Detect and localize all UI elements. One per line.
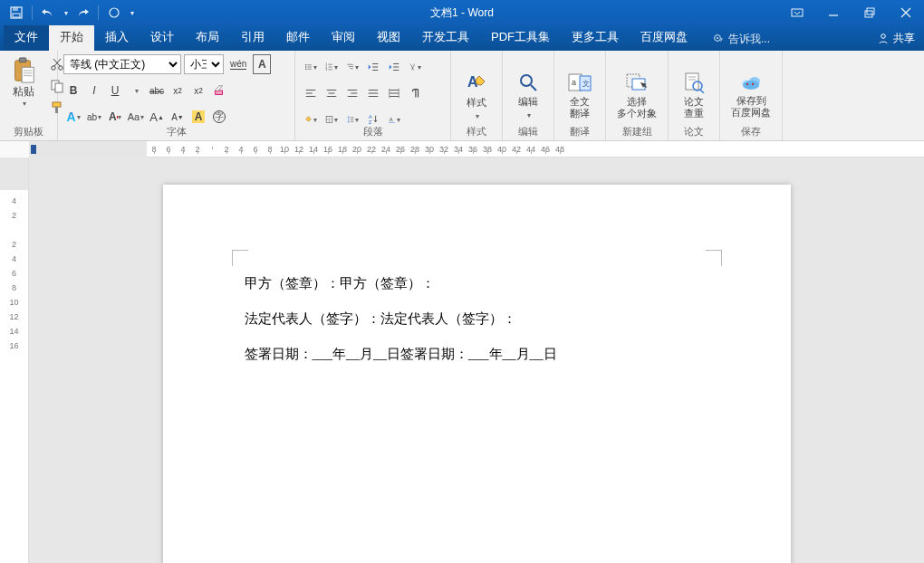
numbering-button[interactable]: 123▾ <box>322 57 342 77</box>
align-distributed-button[interactable] <box>384 83 404 103</box>
tab-view[interactable]: 视图 <box>366 24 411 51</box>
highlight-button[interactable]: ab▾ <box>84 107 104 127</box>
font-color-button[interactable]: A▾ <box>105 107 125 127</box>
group-translate-title: 翻译 <box>554 125 605 138</box>
tab-insert[interactable]: 插入 <box>94 24 140 51</box>
paragraph-3[interactable]: 签署日期：___年__月__日签署日期：___年__月__日 <box>245 337 709 372</box>
page: 甲方（签章）：甲方（签章）： 法定代表人（签字）：法定代表人（签字）： 签署日期… <box>163 185 791 563</box>
tab-developer[interactable]: 开发工具 <box>411 24 480 51</box>
vertical-ruler[interactable]: 42246810121416 <box>0 157 29 563</box>
tab-mailings[interactable]: 邮件 <box>275 24 321 51</box>
group-clipboard-title: 剪贴板 <box>0 125 57 138</box>
share-button[interactable]: 共享 <box>868 26 924 51</box>
char-border-button[interactable]: A <box>253 54 271 74</box>
share-label: 共享 <box>893 31 915 46</box>
enclose-char-button[interactable]: 字 <box>209 107 229 127</box>
tellme-label: 告诉我... <box>728 32 770 47</box>
svg-rect-4 <box>792 9 803 16</box>
tellme-search[interactable]: 告诉我... <box>706 28 777 51</box>
grow-font-button[interactable]: A▲ <box>147 107 167 127</box>
paste-button[interactable]: 粘贴 ▾ <box>5 54 42 110</box>
redo-icon[interactable] <box>72 2 93 24</box>
save-baidu-label-2: 百度网盘 <box>731 107 771 118</box>
qat-customize-dropdown[interactable]: ▾ <box>127 2 136 24</box>
tab-file[interactable]: 文件 <box>4 24 49 51</box>
tab-references[interactable]: 引用 <box>230 24 275 51</box>
svg-text:a: a <box>572 78 576 87</box>
save-baidu-label-1: 保存到 <box>736 95 766 106</box>
svg-line-90 <box>700 90 704 93</box>
svg-point-11 <box>717 37 718 39</box>
svg-point-30 <box>305 69 306 70</box>
svg-point-78 <box>521 75 532 86</box>
tab-layout[interactable]: 布局 <box>185 24 230 51</box>
bold-button[interactable]: B <box>63 81 83 100</box>
font-size-select[interactable]: 小三 <box>184 54 224 74</box>
group-save-title: 保存 <box>720 125 782 138</box>
tab-pdftools[interactable]: PDF工具集 <box>480 24 561 51</box>
change-case-button[interactable]: Aa▾ <box>126 107 146 127</box>
align-left-button[interactable] <box>301 83 321 103</box>
close-icon[interactable] <box>888 0 924 25</box>
underline-button[interactable]: U <box>105 81 125 100</box>
svg-point-19 <box>52 66 55 70</box>
tab-review[interactable]: 审阅 <box>321 24 366 51</box>
save-icon[interactable] <box>5 2 27 24</box>
decrease-indent-button[interactable] <box>363 57 383 77</box>
document-canvas[interactable]: 甲方（签章）：甲方（签章）： 法定代表人（签字）：法定代表人（签字）： 签署日期… <box>29 157 924 563</box>
restore-icon[interactable] <box>852 0 888 25</box>
editing-label: 编辑 <box>518 96 538 108</box>
char-shading-button[interactable]: A <box>188 107 208 127</box>
bullets-button[interactable]: ▾ <box>301 57 321 77</box>
align-right-button[interactable] <box>342 83 362 103</box>
svg-rect-1 <box>13 7 18 11</box>
svg-text:文: 文 <box>582 80 590 88</box>
group-lunwen-title: 论文 <box>669 125 719 138</box>
text-effects-button[interactable]: A▾ <box>63 107 83 127</box>
touch-mode-icon[interactable] <box>103 2 125 24</box>
clear-format-button[interactable] <box>209 81 229 100</box>
select-multiple-label-2: 多个对象 <box>617 108 657 119</box>
paper-check-label-2: 查重 <box>684 108 704 119</box>
shrink-font-button[interactable]: A▼ <box>168 107 188 127</box>
window-title: 文档1 - Word <box>430 5 494 21</box>
pinyin-guide-button[interactable]: wén <box>226 54 250 74</box>
tab-moretools[interactable]: 更多工具 <box>561 24 630 51</box>
ribbon-display-options-icon[interactable] <box>779 0 815 25</box>
tab-baidudisk[interactable]: 百度网盘 <box>630 24 698 51</box>
horizontal-ruler[interactable]: 8642246810121416182022242628303234363840… <box>29 141 924 157</box>
svg-point-29 <box>305 66 306 67</box>
text-direction-button[interactable]: ▾ <box>405 57 425 77</box>
minimize-icon[interactable] <box>815 0 852 25</box>
tab-selector[interactable] <box>31 145 36 154</box>
show-marks-button[interactable] <box>405 83 425 103</box>
group-paragraph-title: 段落 <box>295 125 450 138</box>
margin-corner-tl <box>232 250 248 266</box>
full-translate-label-2: 翻译 <box>570 108 590 119</box>
tab-home[interactable]: 开始 <box>49 24 94 51</box>
increase-indent-button[interactable] <box>384 57 404 77</box>
undo-icon[interactable] <box>37 2 59 24</box>
styles-label: 样式 <box>467 97 486 109</box>
align-justify-button[interactable] <box>363 83 383 103</box>
align-center-button[interactable] <box>322 83 342 103</box>
undo-dropdown[interactable]: ▾ <box>61 2 70 24</box>
italic-button[interactable]: I <box>84 81 104 100</box>
select-multiple-label-1: 选择 <box>627 96 647 107</box>
paper-check-label-1: 论文 <box>684 96 704 107</box>
superscript-button[interactable]: x2 <box>188 81 208 100</box>
underline-dropdown[interactable]: ▾ <box>126 81 146 100</box>
paragraph-1[interactable]: 甲方（签章）：甲方（签章）： <box>245 266 709 301</box>
tab-design[interactable]: 设计 <box>140 24 185 51</box>
svg-point-28 <box>305 64 306 65</box>
paragraph-2[interactable]: 法定代表人（签字）：法定代表人（签字）： <box>245 301 709 337</box>
font-name-select[interactable]: 等线 (中文正文) <box>63 54 181 74</box>
strikethrough-button[interactable]: abc <box>147 81 167 100</box>
svg-point-93 <box>743 81 759 90</box>
svg-rect-15 <box>22 67 34 82</box>
svg-point-3 <box>110 8 119 17</box>
svg-point-95 <box>752 83 754 85</box>
subscript-button[interactable]: x2 <box>168 81 188 100</box>
multilevel-list-button[interactable]: ▾ <box>342 57 362 77</box>
group-newgroup-title: 新建组 <box>606 125 668 138</box>
